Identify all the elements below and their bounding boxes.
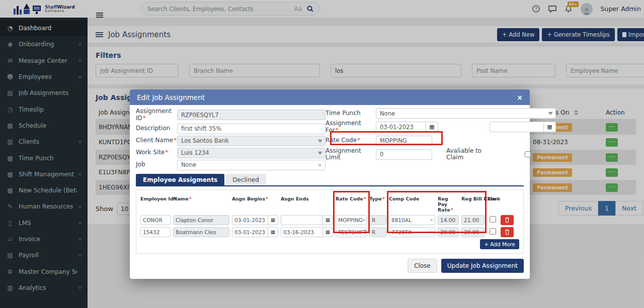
employee-name-field[interactable] (173, 215, 229, 225)
chevron-down-icon: ∨ (318, 163, 323, 167)
close-button[interactable]: Close (408, 259, 437, 273)
asgn-ends-field[interactable] (281, 215, 323, 225)
type-field[interactable] (369, 227, 386, 237)
assignment-for-start-date-field[interactable] (376, 122, 426, 132)
employee-assignment-row: ▦ ▦ TESTSHIFT∨ 7720TX∨ (140, 227, 519, 237)
rate-code-label: Rate Code* (326, 137, 376, 144)
time-punch-label: Time Punch (326, 110, 376, 117)
close-icon[interactable]: × (517, 94, 523, 101)
reg-bill-rate-field[interactable] (461, 215, 485, 225)
col-type: Type* (369, 194, 386, 201)
reg-pay-rate-field[interactable] (438, 227, 459, 237)
job-label: Job (136, 161, 177, 168)
client-name-label: Client Name* (136, 137, 177, 144)
client-name-select[interactable]: Los Santos Bank▼ (177, 136, 326, 146)
assignment-id-label: Assignment ID* (136, 108, 177, 122)
reg-pay-rate-field[interactable] (438, 215, 459, 225)
chevron-down-icon: ∨ (362, 218, 366, 222)
rate-code-field[interactable] (376, 136, 432, 146)
col-comp-code: Comp Code (389, 194, 435, 201)
work-site-select[interactable]: Luis 1234▼ (177, 148, 326, 158)
time-punch-select[interactable]: None▼ (376, 108, 556, 119)
employee-name-field[interactable] (173, 227, 229, 237)
work-site-label: Work Site* (136, 149, 177, 156)
calendar-icon[interactable]: ▦ (426, 122, 438, 132)
update-job-assignment-button[interactable]: Update Job Assignment (441, 259, 524, 273)
modal-title: Edit Job Assignment (137, 93, 205, 101)
comp-code-select[interactable]: 7720TX∨ (389, 227, 435, 237)
chevron-down-icon: ∨ (366, 230, 370, 234)
modal-header: Edit Job Assignment × (130, 89, 530, 105)
col-asgn-begins: Asgn Begins* (232, 194, 278, 201)
delete-row-button[interactable] (501, 215, 514, 225)
reg-bill-rate-field[interactable] (461, 227, 485, 237)
time-checkbox[interactable] (490, 216, 496, 223)
col-rate-code: Rate Code* (336, 194, 367, 201)
time-checkbox[interactable] (490, 228, 496, 235)
description-field[interactable] (177, 124, 326, 134)
add-more-button[interactable]: + Add More (480, 239, 519, 249)
employee-id-field[interactable] (140, 227, 171, 237)
tab-employee-assignments[interactable]: Employee Assigments (136, 174, 224, 185)
calendar-icon[interactable]: ▦ (323, 227, 333, 237)
assignment-for-end-date-field[interactable] (490, 122, 544, 132)
available-to-claim-label: Avaliable to Claim (446, 148, 487, 162)
delete-row-button[interactable] (501, 227, 514, 237)
assignment-for-label: Assignment For* (326, 120, 376, 134)
description-label: Description (136, 125, 177, 132)
col-name: Name* (173, 194, 229, 201)
trash-icon (505, 217, 510, 223)
asgn-begins-field[interactable] (232, 227, 268, 237)
assignment-limit-field[interactable] (376, 149, 432, 160)
trash-icon (505, 229, 510, 235)
available-to-claim-checkbox[interactable] (500, 151, 556, 157)
chevron-down-icon: ∨ (430, 218, 434, 222)
asgn-begins-field[interactable] (232, 215, 268, 225)
assignment-id-field[interactable] (177, 110, 326, 120)
col-employee-id: Employee Id* (140, 194, 171, 201)
caret-down-icon: ▼ (317, 139, 322, 143)
col-reg-bill-rate: Reg Bill Rate* (461, 194, 485, 201)
asgn-ends-field[interactable] (281, 227, 323, 237)
calendar-icon[interactable]: ▦ (268, 227, 278, 237)
chevron-down-icon: ∨ (550, 139, 557, 143)
employee-id-field[interactable] (140, 215, 171, 225)
rate-code-select[interactable]: MOPPING∨ (336, 215, 367, 225)
caret-down-icon: ▼ (317, 151, 322, 155)
rate-code-select[interactable]: TESTSHIFT∨ (336, 227, 367, 237)
calendar-icon[interactable]: ▦ (544, 122, 556, 132)
calendar-icon[interactable]: ▦ (268, 215, 278, 225)
calendar-icon[interactable]: ▦ (323, 215, 333, 225)
col-reg-pay-rate: Reg Pay Rate* (438, 194, 459, 213)
chevron-down-icon: ∨ (430, 230, 434, 234)
type-field[interactable] (369, 215, 386, 225)
employee-assignment-row: ▦ ▦ MOPPING∨ 8810AL∨ (140, 215, 519, 225)
col-asgn-ends: Asgn Ends (281, 194, 333, 201)
edit-job-assignment-modal: Edit Job Assignment × Assignment ID* Des… (130, 89, 530, 279)
modal-tabs: Employee Assigments Declined (136, 174, 524, 186)
caret-down-icon: ▼ (548, 111, 552, 116)
col-time: Time (487, 194, 498, 201)
assignment-limit-label: Assignment Limit (326, 148, 376, 162)
comp-code-select[interactable]: 8810AL∨ (389, 215, 435, 225)
employee-assignments-table: Employee Id* Name* Asgn Begins* Asgn End… (136, 189, 524, 254)
tab-declined[interactable]: Declined (225, 174, 266, 185)
job-select[interactable]: None∨ (177, 160, 326, 170)
